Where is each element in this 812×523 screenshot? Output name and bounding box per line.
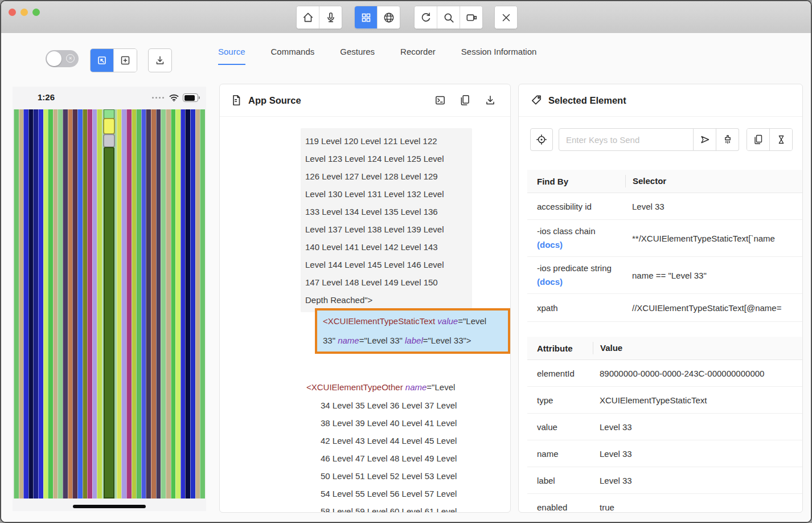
table-row[interactable]: -ios predicate string(docs) name == "Lev… <box>527 257 803 294</box>
game-stripe <box>195 109 200 499</box>
document-icon <box>230 94 243 107</box>
selector-value: //XCUIElementTypeStaticText[@name= <box>625 303 803 313</box>
attributes-table-header: Attribute Value <box>527 337 803 360</box>
refresh-button[interactable] <box>415 6 437 28</box>
next-node-text[interactable]: 34 Level 35 Level 36 Level 37 Level 38 L… <box>321 397 457 513</box>
source-text-line: Depth Reached"> <box>305 291 472 309</box>
column-header: Find By <box>527 177 625 186</box>
game-stripe <box>23 109 28 499</box>
toggle-knob <box>47 51 61 66</box>
close-window-button[interactable] <box>9 9 16 16</box>
send-keys-button[interactable] <box>694 128 716 151</box>
source-text-line: 58 Level 59 Level 60 Level 61 Level <box>321 502 457 513</box>
table-row[interactable]: value Level 33 <box>527 414 803 440</box>
source-text-line: 46 Level 47 Level 48 Level 49 Level <box>321 450 457 467</box>
column-header: Attribute <box>527 344 593 353</box>
screenshot-gesture-toggle[interactable]: ✕ <box>46 50 79 67</box>
search-button[interactable] <box>437 6 460 28</box>
attribute-value: 89000000-0000-0000-243C-000000000000 <box>593 369 803 378</box>
cellular-dots-icon <box>152 97 164 99</box>
game-stripe <box>190 109 195 499</box>
app-source-header: App Source <box>220 84 510 117</box>
attribute-label: type <box>527 395 593 405</box>
attribute-value: Level 33 <box>593 449 803 459</box>
find-by-table: Find By Selector accessibility id Level … <box>527 170 803 322</box>
copy-icon[interactable] <box>459 94 471 107</box>
source-text-line: 126 Level 127 Level 128 Level 129 <box>305 167 472 185</box>
find-by-table-header: Find By Selector <box>527 170 803 193</box>
source-text-line: Level 144 Level 145 Level 146 Level <box>305 256 472 273</box>
game-stripe <box>181 109 186 499</box>
keys-input[interactable] <box>559 128 694 151</box>
locate-element-button[interactable] <box>530 128 553 151</box>
source-text-line: 133 Level 134 Level 135 Level 136 <box>305 203 472 220</box>
table-row[interactable]: enabled true <box>527 494 803 513</box>
locate-icon <box>535 133 548 146</box>
game-stripe <box>136 109 141 499</box>
game-stripe <box>126 109 132 499</box>
download-screenshot-button[interactable] <box>148 48 172 72</box>
interaction-mode-buttons <box>90 48 137 72</box>
tab-recorder[interactable]: Recorder <box>400 47 436 65</box>
terminal-icon[interactable] <box>434 94 446 107</box>
game-stripe <box>185 109 190 499</box>
wifi-icon <box>169 93 179 102</box>
table-row[interactable]: elementId 89000000-0000-0000-243C-000000… <box>527 360 803 387</box>
globe-icon <box>383 11 395 24</box>
browser-mode-button[interactable] <box>377 6 400 28</box>
attribute-value: Level 33 <box>593 422 803 432</box>
zoom-window-button[interactable] <box>32 9 40 16</box>
source-tree[interactable]: 119 Level 120 Level 121 Level 122 Level … <box>220 116 510 512</box>
source-text-line: 119 Level 120 Level 121 Level 122 <box>305 132 472 150</box>
table-row[interactable]: xpath //XCUIElementTypeStaticText[@name= <box>527 294 803 322</box>
device-screenshot[interactable]: 1:26 <box>13 87 206 511</box>
plus-square-icon <box>120 55 131 66</box>
table-row[interactable]: type XCUIElementTypeStaticText <box>527 387 803 414</box>
selected-source-node[interactable]: <XCUIElementTypeStaticText value="Level … <box>315 308 510 354</box>
send-keys-group <box>559 128 739 151</box>
start-recording-button[interactable] <box>460 6 482 28</box>
game-stripe <box>63 109 68 499</box>
game-player-cap <box>104 109 114 119</box>
game-stripe <box>141 109 146 499</box>
wait-for-element-button[interactable] <box>769 129 792 150</box>
tab-session-information[interactable]: Session Information <box>461 47 537 65</box>
element-actions <box>530 128 802 151</box>
table-row[interactable]: -ios class chain(docs) **/XCUIElementTyp… <box>527 220 803 257</box>
tab-gestures[interactable]: Gestures <box>340 47 375 65</box>
docs-link[interactable]: (docs) <box>537 238 625 252</box>
table-row[interactable]: name Level 33 <box>527 440 803 467</box>
docs-link[interactable]: (docs) <box>537 275 625 289</box>
quit-session-button[interactable] <box>495 6 517 28</box>
copy-attributes-button[interactable] <box>747 129 769 150</box>
home-button[interactable] <box>297 6 319 28</box>
game-stripe <box>28 109 34 499</box>
select-cursor-icon <box>96 55 108 66</box>
status-icons <box>152 93 198 102</box>
select-elements-button[interactable] <box>91 49 113 72</box>
game-stripe <box>53 109 58 499</box>
table-row[interactable]: label Level 33 <box>527 467 803 494</box>
battery-icon <box>183 93 198 102</box>
apps-mode-button[interactable] <box>355 6 377 28</box>
grid-icon <box>360 12 372 23</box>
attribute-label: elementId <box>527 369 593 378</box>
siri-button[interactable] <box>319 6 342 28</box>
clear-keys-button[interactable] <box>716 128 739 151</box>
microphone-icon <box>325 11 337 24</box>
table-row[interactable]: accessibility id Level 33 <box>527 193 803 220</box>
close-icon <box>501 12 512 23</box>
game-stripe <box>171 109 176 499</box>
download-source-icon[interactable] <box>484 94 497 107</box>
tab-source[interactable]: Source <box>218 47 245 65</box>
device-statusbar: 1:26 <box>13 87 206 109</box>
next-source-node[interactable]: <XCUIElementTypeOther name="Level <box>306 378 455 396</box>
tab-commands[interactable]: Commands <box>271 47 315 65</box>
parent-node-text[interactable]: 119 Level 120 Level 121 Level 122 Level … <box>301 128 472 312</box>
video-recorder-icon <box>465 11 478 24</box>
game-player-yellow-block <box>103 118 115 134</box>
selected-element-panel: Selected Element <box>518 84 803 513</box>
attributes-table: Attribute Value elementId 89000000-0000-… <box>527 337 803 513</box>
minimize-window-button[interactable] <box>20 9 28 16</box>
tap-by-coordinates-button[interactable] <box>113 49 137 72</box>
